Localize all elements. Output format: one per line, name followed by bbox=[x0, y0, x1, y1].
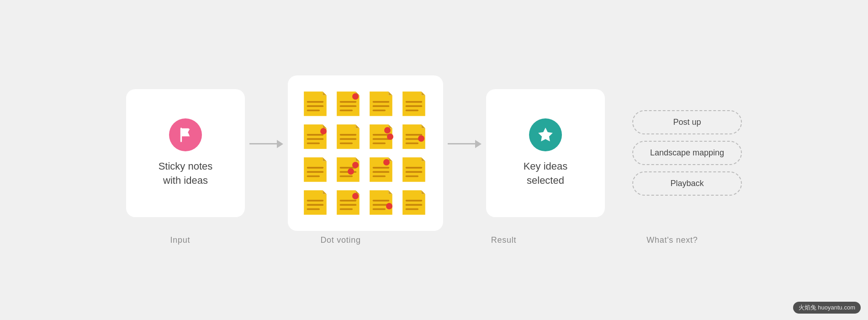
result-step: Key ideas selected bbox=[486, 89, 605, 217]
arrow-head bbox=[475, 140, 482, 148]
svg-marker-1 bbox=[182, 129, 190, 136]
svg-marker-18 bbox=[421, 91, 425, 95]
red-dot bbox=[352, 193, 359, 199]
sticky-note bbox=[401, 90, 429, 118]
notes-grid bbox=[302, 90, 429, 217]
next-option-0[interactable]: Post up bbox=[632, 110, 742, 134]
red-dot bbox=[387, 133, 393, 140]
sticky-note bbox=[401, 155, 429, 184]
arrow-line bbox=[249, 143, 277, 144]
flag-icon-circle bbox=[169, 118, 202, 151]
labels-row: Input Dot voting Result What's next? bbox=[69, 231, 799, 245]
svg-marker-3 bbox=[323, 91, 326, 95]
sticky-note bbox=[302, 90, 330, 118]
star-icon-circle bbox=[529, 118, 562, 151]
sticky-note bbox=[401, 188, 429, 217]
svg-marker-48 bbox=[355, 157, 359, 161]
svg-marker-23 bbox=[323, 124, 326, 128]
red-dot bbox=[386, 203, 392, 209]
sticky-note-icon bbox=[302, 155, 330, 184]
whats-next-options: Post upLandscape mappingPlayback bbox=[632, 110, 742, 196]
red-dot bbox=[383, 159, 390, 165]
input-card: Sticky notes with ideas bbox=[126, 89, 245, 217]
red-dot bbox=[352, 162, 359, 168]
sticky-note bbox=[302, 188, 330, 217]
svg-marker-28 bbox=[355, 124, 359, 128]
sticky-note bbox=[335, 188, 363, 217]
svg-marker-73 bbox=[388, 190, 392, 194]
sticky-note bbox=[401, 123, 429, 151]
main-flow: Sticky notes with ideas bbox=[0, 75, 868, 231]
arrow-1 bbox=[249, 140, 283, 148]
arrow-2 bbox=[448, 140, 482, 148]
svg-marker-82 bbox=[538, 128, 553, 141]
red-dot bbox=[418, 135, 424, 142]
svg-marker-63 bbox=[323, 190, 326, 194]
input-label: Input bbox=[170, 235, 191, 245]
next-option-2[interactable]: Playback bbox=[632, 171, 742, 196]
sticky-note bbox=[302, 155, 330, 184]
result-card: Key ideas selected bbox=[486, 89, 605, 217]
sticky-note bbox=[335, 90, 363, 118]
svg-marker-13 bbox=[388, 91, 392, 95]
input-card-text: Sticky notes with ideas bbox=[159, 160, 213, 188]
star-icon bbox=[537, 126, 554, 144]
sticky-note-icon bbox=[401, 90, 429, 118]
sticky-note bbox=[368, 188, 396, 217]
sticky-note-icon bbox=[335, 90, 363, 118]
sticky-note-icon bbox=[401, 188, 429, 217]
sticky-note bbox=[368, 90, 396, 118]
whats-next-step: Post upLandscape mappingPlayback bbox=[632, 110, 742, 196]
sticky-note-icon bbox=[401, 155, 429, 184]
sticky-note-icon bbox=[401, 123, 429, 151]
red-dot bbox=[320, 128, 327, 134]
flag-icon bbox=[177, 126, 194, 144]
red-dot bbox=[384, 127, 391, 133]
dot-voting-step bbox=[288, 75, 443, 231]
svg-marker-78 bbox=[421, 190, 425, 194]
sticky-note-icon bbox=[302, 123, 330, 151]
sticky-note-icon bbox=[368, 90, 396, 118]
svg-marker-43 bbox=[323, 157, 326, 161]
sticky-note-icon bbox=[335, 188, 363, 217]
sticky-note-icon bbox=[335, 123, 363, 151]
result-card-text: Key ideas selected bbox=[524, 160, 568, 188]
arrow-line bbox=[448, 143, 475, 144]
result-label: Result bbox=[491, 235, 516, 245]
input-step: Sticky notes with ideas bbox=[126, 89, 245, 217]
svg-marker-58 bbox=[421, 157, 425, 161]
dot-voting-label: Dot voting bbox=[320, 235, 360, 245]
watermark: 火焰兔 huoyantu.com bbox=[793, 302, 861, 314]
next-option-1[interactable]: Landscape mapping bbox=[632, 141, 742, 165]
arrow-head bbox=[277, 140, 283, 148]
red-dot bbox=[348, 168, 354, 175]
sticky-note-icon bbox=[368, 155, 396, 184]
whats-next-label: What's next? bbox=[646, 235, 698, 245]
red-dot bbox=[352, 93, 359, 100]
sticky-note bbox=[368, 123, 396, 151]
sticky-note bbox=[335, 123, 363, 151]
voting-card bbox=[288, 75, 443, 231]
sticky-note-icon bbox=[302, 90, 330, 118]
sticky-note-icon bbox=[302, 188, 330, 217]
sticky-note bbox=[335, 155, 363, 184]
svg-marker-38 bbox=[421, 124, 425, 128]
svg-rect-0 bbox=[180, 128, 182, 141]
sticky-note-icon bbox=[368, 188, 396, 217]
sticky-note bbox=[302, 123, 330, 151]
sticky-note bbox=[368, 155, 396, 184]
